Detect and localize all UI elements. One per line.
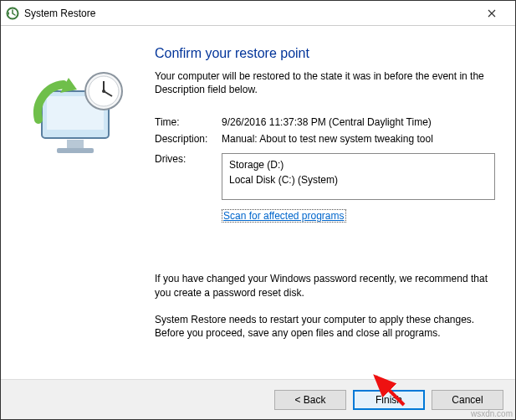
close-button[interactable] — [473, 2, 510, 25]
illustration-column — [14, 43, 148, 371]
content-column: Confirm your restore point Your computer… — [148, 43, 495, 371]
titlebar: System Restore — [1, 1, 515, 26]
drives-row: Drives: Storage (D:) Local Disk (C:) (Sy… — [155, 153, 495, 200]
system-restore-window: System Restore — [0, 0, 516, 420]
finish-button[interactable]: Finish — [353, 390, 425, 410]
intro-text: Your computer will be restored to the st… — [155, 69, 495, 96]
drives-listbox[interactable]: Storage (D:) Local Disk (C:) (System) — [222, 153, 495, 200]
watermark: wsxdn.com — [471, 409, 513, 418]
description-row: Description: Manual: About to test new s… — [155, 133, 495, 145]
svg-rect-4 — [57, 148, 94, 153]
cancel-button[interactable]: Cancel — [432, 390, 503, 410]
description-value: Manual: About to test new system tweakin… — [222, 133, 495, 145]
svg-point-9 — [102, 90, 105, 93]
system-restore-icon — [6, 7, 19, 20]
time-value: 9/26/2016 11:37:38 PM (Central Daylight … — [222, 116, 495, 128]
time-label: Time: — [155, 116, 222, 128]
restore-illustration-icon — [27, 59, 135, 168]
page-heading: Confirm your restore point — [155, 46, 495, 61]
restart-note: System Restore needs to restart your com… — [155, 313, 495, 340]
drives-label: Drives: — [155, 153, 222, 200]
dialog-body: Confirm your restore point Your computer… — [1, 26, 515, 379]
svg-rect-3 — [67, 140, 84, 148]
password-note: If you have changed your Windows passwor… — [155, 272, 495, 299]
drive-item: Storage (D:) — [229, 157, 488, 172]
back-button[interactable]: < Back — [274, 390, 346, 410]
scan-affected-programs-link[interactable]: Scan for affected programs — [222, 209, 346, 223]
time-row: Time: 9/26/2016 11:37:38 PM (Central Day… — [155, 116, 495, 128]
drive-item: Local Disk (C:) (System) — [229, 172, 488, 187]
window-title: System Restore — [24, 8, 95, 19]
button-bar: < Back Finish Cancel — [1, 379, 515, 419]
description-label: Description: — [155, 133, 222, 145]
